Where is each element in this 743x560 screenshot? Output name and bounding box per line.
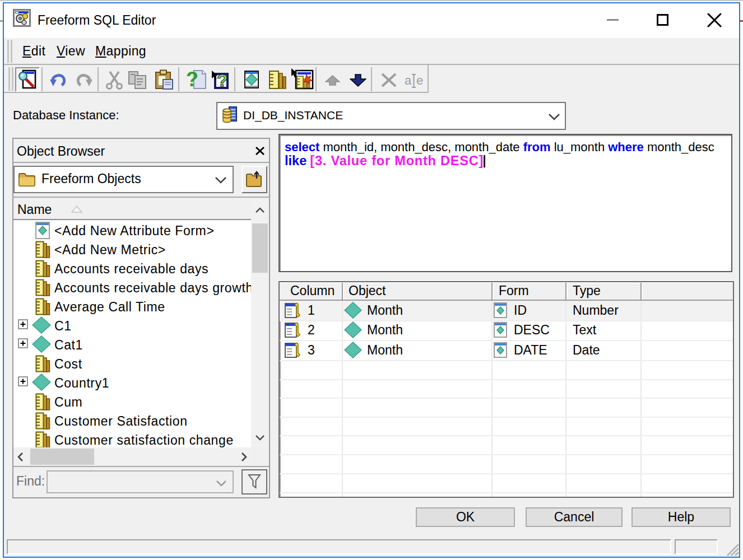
svg-text:a: a xyxy=(405,73,412,87)
svg-text:?: ? xyxy=(217,71,228,89)
svg-text:e: e xyxy=(416,73,423,87)
svg-text:?: ? xyxy=(186,69,198,91)
